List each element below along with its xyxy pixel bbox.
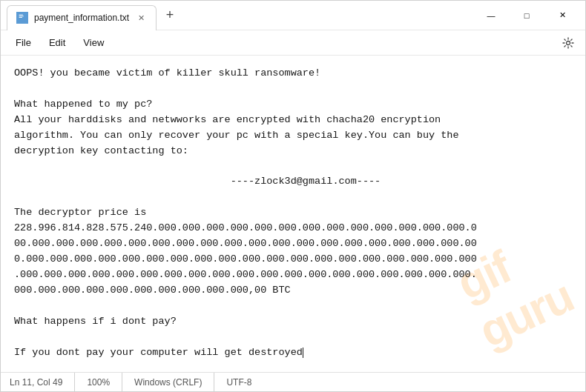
status-bar: Ln 11, Col 49 100% Windows (CRLF) UTF-8	[1, 372, 585, 391]
menu-view[interactable]: View	[74, 34, 113, 51]
maximize-button[interactable]: □	[510, 4, 544, 27]
editor-content[interactable]: OOPS! you became victim of killer skull …	[1, 56, 585, 372]
zoom-level: 100%	[75, 373, 122, 391]
menu-right	[557, 32, 579, 54]
tab-close-button[interactable]: ✕	[135, 12, 147, 24]
window-controls: — □ ✕	[474, 4, 579, 27]
close-button[interactable]: ✕	[545, 4, 579, 27]
active-tab[interactable]: payment_information.txt ✕	[7, 5, 157, 30]
gear-icon	[562, 37, 574, 49]
tab-area: payment_information.txt ✕ +	[7, 1, 474, 30]
svg-point-4	[567, 41, 570, 44]
tab-title: payment_information.txt	[34, 13, 129, 23]
menu-file[interactable]: File	[7, 34, 40, 51]
encoding: UTF-8	[214, 373, 263, 391]
new-tab-button[interactable]: +	[159, 5, 180, 26]
menu-edit[interactable]: Edit	[40, 34, 74, 51]
svg-rect-2	[19, 16, 24, 16]
editor-area[interactable]: gifguru OOPS! you became victim of kille…	[1, 56, 585, 372]
svg-rect-3	[19, 17, 22, 18]
line-ending: Windows (CRLF)	[122, 373, 214, 391]
minimize-button[interactable]: —	[474, 4, 508, 27]
title-bar: payment_information.txt ✕ + — □ ✕	[1, 1, 585, 30]
main-window: payment_information.txt ✕ + — □ ✕ File E…	[0, 0, 586, 392]
svg-rect-1	[19, 15, 23, 16]
tab-icon	[16, 12, 28, 24]
menu-bar: File Edit View	[1, 30, 585, 56]
cursor-position: Ln 11, Col 49	[10, 373, 75, 391]
settings-button[interactable]	[557, 32, 579, 54]
